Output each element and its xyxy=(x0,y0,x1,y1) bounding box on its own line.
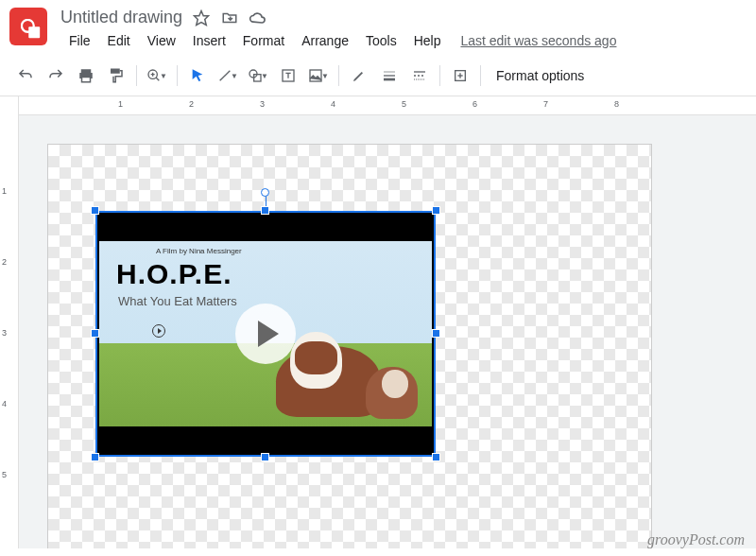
svg-line-8 xyxy=(220,71,231,81)
ruler-tick: 5 xyxy=(402,99,406,109)
ruler-tick: 4 xyxy=(331,99,335,109)
toolbar-separator xyxy=(439,65,440,86)
svg-rect-6 xyxy=(111,69,120,74)
drawing-canvas[interactable]: A Film by Nina Messinger H.O.P.E. What Y… xyxy=(47,144,652,548)
edit-status-link[interactable]: Last edit was seconds ago xyxy=(460,33,616,48)
workspace: 1 2 3 4 5 1 2 3 4 5 6 7 8 A Film by Nina… xyxy=(0,96,756,548)
video-subtitle: What You Eat Matters xyxy=(118,294,237,308)
play-button-icon[interactable] xyxy=(235,304,296,364)
ruler-tick: 2 xyxy=(189,99,194,109)
paint-format-button[interactable] xyxy=(102,61,130,90)
ruler-tick: 2 xyxy=(2,257,7,267)
border-color-button[interactable] xyxy=(345,61,373,90)
app-logo[interactable] xyxy=(9,8,47,45)
svg-rect-10 xyxy=(254,75,261,81)
resize-handle-tl[interactable] xyxy=(91,206,99,215)
rotation-handle[interactable] xyxy=(261,188,269,197)
toolbar-separator xyxy=(177,65,178,86)
ruler-tick: 1 xyxy=(118,99,123,109)
resize-handle-mr[interactable] xyxy=(432,329,440,338)
svg-rect-5 xyxy=(82,78,91,82)
menu-view[interactable]: View xyxy=(139,29,184,52)
horizontal-ruler[interactable]: 1 2 3 4 5 6 7 8 xyxy=(19,96,756,115)
vertical-ruler[interactable]: 1 2 3 4 5 xyxy=(0,96,19,548)
star-icon[interactable] xyxy=(192,9,211,27)
video-title: H.O.P.E. xyxy=(116,258,232,290)
menu-bar: File Edit View Insert Format Arrange Too… xyxy=(60,29,747,52)
toolbar-separator xyxy=(136,65,137,86)
undo-button[interactable] xyxy=(11,61,40,90)
menu-insert[interactable]: Insert xyxy=(184,29,234,52)
menu-format[interactable]: Format xyxy=(234,29,293,52)
video-byline: A Film by Nina Messinger xyxy=(156,247,242,255)
ruler-tick: 3 xyxy=(2,328,7,338)
select-tool-button[interactable] xyxy=(183,61,212,90)
menu-tools[interactable]: Tools xyxy=(357,29,405,52)
cloud-status-icon[interactable] xyxy=(249,9,267,27)
resize-handle-tr[interactable] xyxy=(432,206,440,215)
watermark: groovyPost.com xyxy=(647,531,745,548)
toolbar-separator xyxy=(338,65,339,86)
svg-marker-2 xyxy=(195,10,209,25)
print-button[interactable] xyxy=(72,61,100,90)
resize-handle-br[interactable] xyxy=(432,453,440,461)
redo-button[interactable] xyxy=(42,61,70,90)
resize-handle-bm[interactable] xyxy=(261,453,269,461)
menu-edit[interactable]: Edit xyxy=(99,29,139,52)
border-dash-button[interactable] xyxy=(405,61,434,90)
small-play-icon xyxy=(152,324,165,338)
zoom-button[interactable]: ▼ xyxy=(143,61,171,90)
shape-tool-button[interactable]: ▼ xyxy=(244,61,272,90)
ruler-tick: 3 xyxy=(260,99,265,109)
ruler-tick: 1 xyxy=(2,186,7,196)
svg-rect-1 xyxy=(28,26,40,38)
more-button[interactable] xyxy=(446,61,474,90)
menu-help[interactable]: Help xyxy=(405,29,450,52)
image-button[interactable]: ▼ xyxy=(304,61,333,90)
toolbar-separator xyxy=(480,65,481,86)
document-title[interactable]: Untitled drawing xyxy=(60,8,182,27)
text-box-button[interactable] xyxy=(274,61,302,90)
svg-rect-3 xyxy=(81,69,92,73)
ruler-tick: 7 xyxy=(543,99,548,109)
video-preview: A Film by Nina Messinger H.O.P.E. What Y… xyxy=(99,241,432,426)
menu-file[interactable]: File xyxy=(60,29,99,52)
ruler-tick: 8 xyxy=(614,99,619,109)
selection-border: A Film by Nina Messinger H.O.P.E. What Y… xyxy=(95,211,436,457)
resize-handle-ml[interactable] xyxy=(91,329,99,338)
canvas-area[interactable]: A Film by Nina Messinger H.O.P.E. What Y… xyxy=(19,115,756,548)
toolbar: ▼ ▼ ▼ ▼ Format options xyxy=(0,56,756,96)
move-to-folder-icon[interactable] xyxy=(220,9,239,27)
header: Untitled drawing File Edit View Insert F… xyxy=(0,0,756,56)
border-weight-button[interactable] xyxy=(375,61,404,90)
line-tool-button[interactable]: ▼ xyxy=(214,61,242,90)
ruler-tick: 6 xyxy=(472,99,477,109)
ruler-tick: 5 xyxy=(2,470,7,479)
resize-handle-tm[interactable] xyxy=(261,206,269,215)
menu-arrange[interactable]: Arrange xyxy=(293,29,357,52)
ruler-tick: 4 xyxy=(2,399,7,408)
selected-video-object[interactable]: A Film by Nina Messinger H.O.P.E. What Y… xyxy=(95,211,436,457)
resize-handle-bl[interactable] xyxy=(91,453,99,461)
format-options-button[interactable]: Format options xyxy=(487,64,593,87)
